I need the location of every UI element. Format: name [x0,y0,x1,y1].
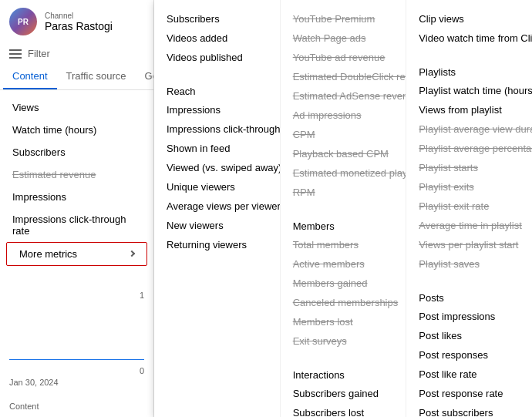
channel-info: Channel Paras Rastogi [45,12,113,32]
dropdown-item[interactable]: Returning viewers [154,235,280,254]
y-label-1: 1 [140,291,144,300]
dropdown-item[interactable]: Playlist average view duration [406,119,532,139]
dropdown-item[interactable]: Estimated AdSense revenue [281,86,406,106]
filter-row[interactable]: Filter [0,43,153,64]
more-metrics-label: More metrics [19,248,77,260]
dropdown-item[interactable]: Shown in feed [154,139,280,158]
dropdown-item[interactable]: Average time in playlist [406,216,532,235]
dropdown-item[interactable]: Post likes [406,326,532,345]
dropdown-section: PlaylistsPlaylist watch time (hours)View… [406,57,532,283]
dropdown-item[interactable]: Views per playlist start [406,235,532,254]
dropdown-item[interactable]: Playlist starts [406,158,532,177]
more-metrics-button[interactable]: More metrics [6,242,147,266]
dropdown-item[interactable]: Estimated monetized playbacks [281,163,406,183]
chevron-right-icon [129,251,135,257]
dropdown-item[interactable]: Playlist exits [406,177,532,197]
dropdown-section: Clip viewsVideo watch time from Clips (h… [406,6,532,57]
dropdown-item[interactable]: Post impressions [406,307,532,326]
chart-bottom-label: Content [9,399,144,411]
tabs-row: Content Traffic source Ge [0,64,153,90]
sidebar: PR Channel Paras Rastogi Filter Content … [0,0,154,417]
section-title: Interactions [281,363,406,384]
dropdown-item[interactable]: CPM [281,125,406,144]
dropdown-item[interactable]: Playlist average percentage viewed [406,139,532,158]
dropdown-section: ReachImpressionsImpressions click-throug… [154,76,280,264]
dropdown-col-3: Clip viewsVideo watch time from Clips (h… [406,0,532,417]
avatar: PR [9,8,37,35]
dropdown-item[interactable]: Playlist watch time (hours) [406,81,532,100]
section-title: Members [281,214,406,235]
y-label-0: 0 [140,366,144,375]
tab-traffic-source[interactable]: Traffic source [57,64,136,89]
dropdown-item[interactable]: Ad impressions [281,106,406,125]
tab-ge[interactable]: Ge [136,64,154,89]
channel-name: Paras Rastogi [45,20,113,32]
dropdown-item[interactable]: Post like rate [406,365,532,384]
dropdown-item[interactable]: Video watch time from Clips (hours) [406,29,532,48]
dropdown-item[interactable]: Total members [281,235,406,254]
dropdown-section: YouTube PremiumWatch Page adsYouTube ad … [281,6,406,211]
dropdown-item[interactable]: Unique viewers [154,177,280,197]
sidebar-metric-item[interactable]: Views [0,96,153,119]
metrics-list: ViewsWatch time (hours)SubscribersEstima… [0,90,153,239]
section-title: Playlists [406,60,532,81]
dropdown-item[interactable]: Playlist exit rate [406,197,532,216]
dropdown-item[interactable]: Impressions click-through rate [154,119,280,139]
tab-content[interactable]: Content [3,64,57,89]
dropdown-item[interactable]: Post subscribers [406,403,532,417]
dropdown-item[interactable]: Videos published [154,48,280,67]
dropdown-item[interactable]: Impressions [154,100,280,119]
dropdown-item[interactable]: Active members [281,254,406,274]
dropdown-section: SubscribersVideos addedVideos published [154,6,280,76]
hamburger-icon[interactable] [9,49,22,59]
dropdown-item[interactable]: YouTube Premium [281,9,406,29]
dropdown-item[interactable]: Playback based CPM [281,144,406,163]
dropdown-panel: SubscribersVideos addedVideos publishedR… [154,0,532,417]
dropdown-section: InteractionsSubscribers gainedSubscriber… [281,360,406,417]
dropdown-item[interactable]: Members lost [281,312,406,331]
chart-placeholder: 1 0 Jan 30, 2024 [9,275,144,399]
section-title: Reach [154,79,280,100]
sidebar-metric-item[interactable]: Impressions click-through rate [0,208,153,239]
dropdown-item[interactable]: YouTube ad revenue [281,48,406,67]
dropdown-item[interactable]: Playlist saves [406,254,532,274]
dropdown-item[interactable]: Subscribers lost [281,403,406,417]
dropdown-item[interactable]: Viewed (vs. swiped away) [154,158,280,177]
dropdown-item[interactable]: Subscribers gained [281,384,406,403]
dropdown-item[interactable]: RPM [281,183,406,202]
dropdown-section: MembersTotal membersActive membersMember… [281,211,406,360]
dropdown-item[interactable]: Post response rate [406,384,532,403]
sidebar-metric-item[interactable]: Watch time (hours) [0,119,153,141]
dropdown-section: PostsPost impressionsPost likesPost resp… [406,283,532,417]
chart-line [9,359,144,360]
dropdown-item[interactable]: Videos added [154,29,280,48]
channel-label: Channel [45,12,113,20]
sidebar-metric-item[interactable]: Subscribers [0,141,153,163]
x-date-label: Jan 30, 2024 [9,378,59,387]
dropdown-item[interactable]: Exit surveys [281,331,406,351]
sidebar-metric-item[interactable]: Impressions [0,186,153,208]
dropdown-item[interactable]: Post responses [406,345,532,365]
dropdown-item[interactable]: Canceled memberships [281,293,406,312]
sidebar-metric-item[interactable]: Estimated revenue [0,163,153,186]
chart-area: 1 0 Jan 30, 2024 Content [0,269,153,418]
dropdown-item[interactable]: Watch Page ads [281,29,406,48]
dropdown-item[interactable]: Members gained [281,274,406,293]
dropdown-item[interactable]: New viewers [154,216,280,235]
channel-header: PR Channel Paras Rastogi [0,0,153,43]
dropdown-item[interactable]: Average views per viewer [154,197,280,216]
dropdown-item[interactable]: Clip views [406,9,532,29]
dropdown-item[interactable]: Subscribers [154,9,280,29]
dropdown-item[interactable]: Estimated DoubleClick revenue [281,67,406,86]
section-title: Posts [406,286,532,307]
dropdown-col-1: SubscribersVideos addedVideos publishedR… [154,0,281,417]
dropdown-col-2: YouTube PremiumWatch Page adsYouTube ad … [281,0,407,417]
filter-label: Filter [28,48,50,59]
dropdown-item[interactable]: Views from playlist [406,100,532,119]
